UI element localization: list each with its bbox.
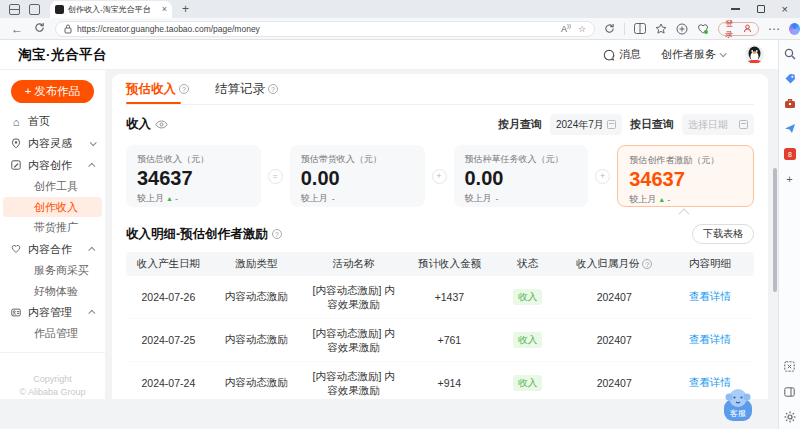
page-scrollbar[interactable] [773,168,777,292]
tab-estimated-income[interactable]: 预估收入 [126,74,189,104]
edge-sidebar: 8 + [778,40,800,429]
view-details-link[interactable]: 查看详情 [689,290,731,302]
help-icon[interactable] [179,84,189,94]
browser-essentials-icon[interactable] [697,23,709,35]
browser-login-button[interactable]: 登录 [718,22,759,36]
browser-tab-strip: 创作收入-淘宝光合平台 × + × [0,0,800,18]
refresh-sync-icon[interactable] [604,23,615,34]
eye-icon[interactable] [155,120,168,129]
sidebar-item-content-management[interactable]: 内容管理 [0,302,105,324]
trend-up-icon: ▲ [658,196,665,203]
workspaces-icon[interactable] [9,4,20,15]
copyright: Copyright © Alibaba Group [0,352,105,399]
plus-icon: + [432,169,447,184]
help-icon[interactable] [268,84,278,94]
sidebar-item-works-management[interactable]: 作品管理 [0,323,105,344]
copilot-icon[interactable] [789,23,800,35]
site-header: 淘宝·光合平台 消息 创作者服务 [0,40,778,70]
messages-button[interactable]: 消息 [603,47,641,62]
view-details-link[interactable]: 查看详情 [689,333,731,345]
main-content: 预估收入 结算记录 收入 按月查询 [112,74,768,399]
site-logo[interactable]: 淘宝·光合平台 [18,46,107,64]
card-total-income[interactable]: 预估总收入（元） 34637 较上月▲- [126,145,261,207]
avatar[interactable] [745,45,764,64]
screenshot-icon[interactable] [783,360,796,373]
sidebar-item-content-cooperation[interactable]: 内容合作 [0,238,105,260]
id-card-icon [10,306,22,318]
chevron-down-icon [90,139,97,146]
read-aloud-icon[interactable]: A)) [561,23,571,34]
svg-text:8: 8 [788,150,792,157]
table-row: 2024-07-24 内容动态激励 [内容动态激励] 内容效果激励 +914 收… [126,362,754,399]
card-creator-incentive[interactable]: 预估创作者激励（元） 34637 较上月▲- [617,145,754,207]
table-header-row: 收入产生日期 激励类型 活动名称 预计收入金额 状态 收入归属月份 内容明细 [126,252,754,276]
login-label: 登录 [725,18,740,40]
card-seeding-task-income[interactable]: 预估种草任务收入（元） 0.00 较上月- [454,145,589,207]
tab-settlement-records[interactable]: 结算记录 [215,74,278,104]
settings-gear-icon[interactable] [783,410,796,423]
sidebar-item-creation-tools[interactable]: 创作工具 [0,176,105,197]
customer-service-button[interactable]: 客服 [720,385,756,425]
address-bar[interactable]: https://creator.guanghe.taobao.com/page/… [55,21,595,37]
back-icon[interactable]: ← [11,22,23,36]
sidebar-item-home[interactable]: ⌂ 首页 [0,111,105,133]
chevron-down-icon [720,50,727,57]
sidebar-item-product-promotion[interactable]: 带货推广 [0,217,105,238]
daily-query-label: 按日查询 [630,117,674,132]
chevron-up-icon [88,310,95,317]
monthly-query-label: 按月查询 [498,117,542,132]
sidebar-drop-icon[interactable] [783,122,796,135]
equals-icon: = [268,169,283,184]
message-bubble-icon [603,49,615,61]
tab-close-icon[interactable]: × [162,4,167,14]
more-menu-icon[interactable]: ⋯ [768,22,780,36]
income-cards: 预估总收入（元） 34637 较上月▲- = 预估带货收入（元） 0.00 较上… [126,145,754,207]
creator-services-dropdown[interactable]: 创作者服务 [661,47,725,62]
sidebar-tools-icon[interactable] [783,97,796,110]
left-sidebar: + 发布作品 ⌂ 首页 内容灵感 内容创作 创作工具 [0,70,105,399]
card-goods-income[interactable]: 预估带货收入（元） 0.00 较上月- [290,145,425,207]
date-picker-input[interactable]: 选择日期 [682,114,754,135]
calendar-icon [739,120,748,129]
favorites-star-icon[interactable] [655,23,667,35]
plus-icon: + [25,85,32,97]
plus-icon: + [595,169,610,184]
refresh-icon[interactable] [34,22,45,36]
window-controls: × [731,5,800,13]
sidebar-item-creation-income[interactable]: 创作收入 [3,197,102,218]
tab-actions-icon[interactable] [29,4,40,15]
sidebar-shopping-icon[interactable] [783,72,796,85]
tab-title: 创作收入-淘宝光合平台 [68,4,159,15]
sidebar-item-inspiration[interactable]: 内容灵感 [0,132,105,154]
browser-toolbar: ← https://creator.guanghe.taobao.com/pag… [0,18,800,40]
sidebar-add-icon[interactable]: + [783,172,796,185]
assistant-label: 客服 [730,409,746,418]
month-picker-input[interactable]: 2024年7月 [550,114,622,135]
split-screen-icon[interactable] [634,23,646,34]
table-row: 2024-07-25 内容动态激励 [内容动态激励] 内容效果激励 +761 收… [126,319,754,362]
tab-favicon [55,5,64,14]
window-close-button[interactable]: × [782,5,788,13]
sidebar-search-icon[interactable] [783,47,796,60]
sidebar-panel-icon[interactable] [783,385,796,398]
sidebar-item-content-creation[interactable]: 内容创作 [0,154,105,176]
download-table-button[interactable]: 下载表格 [692,224,754,244]
sidebar-item-goods-experience[interactable]: 好物体验 [0,281,105,302]
new-tab-button[interactable]: + [182,2,189,16]
status-badge: 收入 [513,332,542,348]
publish-work-button[interactable]: + 发布作品 [11,80,94,103]
browser-tab[interactable]: 创作收入-淘宝光合平台 × [50,1,172,18]
sidebar-games-icon[interactable]: 8 [783,147,796,160]
help-icon[interactable] [642,259,652,269]
chevron-up-icon [88,246,95,253]
window-minimize-button[interactable] [731,8,740,9]
trend-up-icon: ▲ [166,195,173,202]
bookmark-star-icon[interactable]: ☆ [578,24,586,34]
collections-icon[interactable] [676,23,688,35]
heart-hands-icon [10,243,22,255]
window-maximize-button[interactable] [757,5,765,13]
status-badge: 收入 [513,375,542,391]
profile-icon [743,24,752,33]
help-icon[interactable] [272,229,282,239]
sidebar-item-service-provider[interactable]: 服务商采买 [0,260,105,281]
